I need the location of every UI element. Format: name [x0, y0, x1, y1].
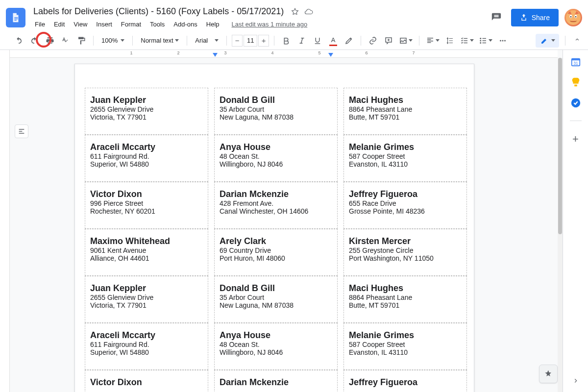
tasks-addon-icon[interactable]: [570, 97, 582, 109]
insert-comment-button[interactable]: [382, 34, 395, 48]
label-cell[interactable]: Araceli Mccarty611 Fairground Rd.Superio…: [85, 323, 208, 370]
last-edit-link[interactable]: Last edit was 1 minute ago: [228, 19, 312, 30]
label-address-line2: New Laguna, NM 87038: [220, 301, 332, 309]
svg-rect-18: [574, 85, 577, 87]
account-avatar[interactable]: [564, 9, 582, 26]
menu-addons[interactable]: Add-ons: [170, 19, 200, 30]
document-outline-button[interactable]: [15, 124, 28, 138]
label-cell[interactable]: Juan Keppler2655 Glenview DriveVictoria,…: [85, 88, 208, 135]
label-name: Araceli Mccarty: [90, 330, 203, 341]
menu-help[interactable]: Help: [203, 19, 223, 30]
bold-button[interactable]: [279, 34, 293, 48]
ruler-tick: 5: [318, 50, 320, 55]
label-name: Victor Dixon: [90, 189, 203, 199]
separator: [570, 121, 582, 121]
cloud-status-icon[interactable]: [304, 7, 313, 16]
menu-view[interactable]: View: [70, 19, 91, 30]
underline-button[interactable]: [311, 34, 324, 48]
label-address-line2: Port Huron, MI 48060: [220, 254, 332, 262]
keep-addon-icon[interactable]: [570, 76, 582, 88]
label-cell[interactable]: Melanie Grimes587 Cooper StreetEvanston,…: [343, 323, 467, 370]
label-cell[interactable]: Victor Dixon: [85, 370, 208, 392]
label-cell[interactable]: Anya House48 Ocean St.Willingboro, NJ 80…: [214, 323, 338, 370]
font-size-decrease[interactable]: −: [232, 35, 243, 47]
text-color-button[interactable]: [326, 34, 340, 48]
indent-marker-icon[interactable]: [213, 53, 218, 57]
label-name: Darian Mckenzie: [220, 189, 332, 199]
label-cell[interactable]: Melanie Grimes587 Cooper StreetEvanston,…: [343, 135, 467, 182]
label-cell[interactable]: Maximo Whitehead9061 Kent AvenueAlliance…: [85, 229, 208, 276]
label-cell[interactable]: Jeffrey Figueroa655 Race DriveGrosse Poi…: [343, 182, 467, 229]
paragraph-style-dropdown[interactable]: Normal text: [138, 37, 182, 44]
svg-point-3: [566, 10, 581, 25]
insert-link-button[interactable]: [366, 34, 380, 48]
label-name: Anya House: [220, 142, 332, 152]
chevron-down-icon: [551, 39, 555, 42]
collapse-sidepanel-button[interactable]: [572, 377, 579, 386]
docs-logo-icon[interactable]: [6, 8, 25, 27]
zoom-dropdown[interactable]: 100%: [98, 37, 127, 44]
share-button[interactable]: Share: [511, 9, 559, 26]
font-size-input[interactable]: 11: [244, 35, 257, 47]
label-name: Jeffrey Figueroa: [349, 189, 462, 199]
document-page[interactable]: Juan Keppler2655 Glenview DriveVictoria,…: [74, 64, 474, 392]
chevron-down-icon: [121, 39, 124, 42]
svg-point-12: [500, 40, 501, 41]
print-button[interactable]: [43, 34, 57, 48]
get-addons-button[interactable]: +: [572, 133, 579, 146]
bulleted-list-button[interactable]: [477, 34, 494, 48]
label-cell[interactable]: Araceli Mccarty611 Fairground Rd.Superio…: [85, 135, 208, 182]
svg-point-13: [502, 40, 504, 41]
document-title[interactable]: Labels for Deliveries (Clients) - 5160 (…: [31, 5, 286, 18]
label-cell[interactable]: Donald B Gill35 Arbor CourtNew Laguna, N…: [214, 88, 338, 135]
menu-edit[interactable]: Edit: [50, 19, 68, 30]
insert-image-button[interactable]: [397, 34, 414, 48]
horizontal-ruler[interactable]: 1 2 3 4 5 6 7: [10, 50, 558, 58]
indent-marker-icon[interactable]: [328, 53, 333, 57]
star-icon[interactable]: [291, 7, 299, 16]
vertical-ruler[interactable]: [0, 50, 10, 392]
label-cell[interactable]: Maci Hughes8864 Pheasant LaneButte, MT 5…: [343, 276, 467, 323]
side-panel: 31 +: [563, 50, 588, 392]
label-address-line2: Superior, WI 54880: [90, 160, 203, 168]
redo-button[interactable]: [27, 34, 41, 48]
label-cell[interactable]: Kirsten Mercer255 Greystone CirclePort W…: [343, 229, 467, 276]
highlight-color-button[interactable]: [342, 34, 356, 48]
checklist-button[interactable]: [459, 34, 475, 48]
label-cell[interactable]: Jeffrey Figueroa: [343, 370, 467, 392]
editing-mode-button[interactable]: [536, 34, 559, 48]
label-name: Arely Clark: [220, 236, 332, 246]
line-spacing-button[interactable]: [443, 34, 457, 48]
vertical-scrollbar[interactable]: [558, 58, 563, 392]
italic-button[interactable]: [295, 34, 309, 48]
label-cell[interactable]: Donald B Gill35 Arbor CourtNew Laguna, N…: [214, 276, 338, 323]
menu-insert[interactable]: Insert: [93, 19, 116, 30]
hide-menus-button[interactable]: [571, 36, 583, 45]
font-size-increase[interactable]: +: [258, 35, 269, 47]
label-address-line1: 35 Arbor Court: [220, 105, 332, 113]
undo-button[interactable]: [12, 34, 25, 48]
separator: [419, 36, 419, 46]
label-cell[interactable]: Darian Mckenzie428 Fremont Ave.Canal Win…: [214, 182, 338, 229]
menu-tools[interactable]: Tools: [147, 19, 168, 30]
align-button[interactable]: [424, 34, 441, 48]
menu-file[interactable]: File: [31, 19, 49, 30]
label-cell[interactable]: Maci Hughes8864 Pheasant LaneButte, MT 5…: [343, 88, 467, 135]
label-name: Juan Keppler: [90, 95, 203, 105]
comments-history-icon[interactable]: [488, 9, 505, 26]
label-cell[interactable]: Juan Keppler2655 Glenview DriveVictoria,…: [85, 276, 208, 323]
spellcheck-button[interactable]: [59, 34, 73, 48]
label-cell[interactable]: Arely Clark69 Country DrivePort Huron, M…: [214, 229, 338, 276]
label-cell[interactable]: Darian Mckenzie: [214, 370, 338, 392]
font-dropdown[interactable]: Arial: [192, 37, 221, 44]
paint-format-button[interactable]: [74, 34, 88, 48]
svg-rect-1: [14, 19, 18, 19]
explore-button[interactable]: [539, 365, 558, 383]
calendar-addon-icon[interactable]: 31: [570, 56, 582, 68]
label-cell[interactable]: Victor Dixon996 Pierce StreetRochester, …: [85, 182, 208, 229]
label-cell[interactable]: Anya House48 Ocean St.Willingboro, NJ 80…: [214, 135, 338, 182]
menu-format[interactable]: Format: [118, 19, 145, 30]
scrollbar-thumb[interactable]: [558, 58, 562, 234]
label-address-line1: 587 Cooper Street: [349, 152, 462, 160]
more-toolbar-button[interactable]: [496, 34, 510, 48]
